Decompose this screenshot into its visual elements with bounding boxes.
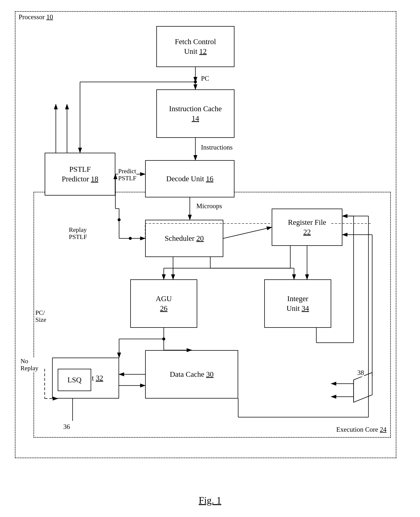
agu-text: AGU26 bbox=[156, 294, 172, 313]
execution-core-label: Execution Core 24 bbox=[336, 425, 387, 433]
pc-label: PC bbox=[201, 75, 209, 82]
scheduler-text: Scheduler 20 bbox=[165, 233, 204, 243]
fig-caption-text: Fig. 1 bbox=[199, 495, 221, 506]
instruction-cache-text: Instruction Cache14 bbox=[169, 104, 222, 123]
instructions-label: Instructions bbox=[201, 143, 232, 151]
scheduler-box: Scheduler 20 bbox=[145, 220, 223, 257]
data-cache-box: Data Cache 30 bbox=[145, 350, 238, 399]
pstlf-predictor-box: PSTLFPredictor 18 bbox=[45, 153, 115, 196]
instruction-cache-box: Instruction Cache14 bbox=[156, 89, 234, 138]
no-replay-label: NoReplay bbox=[21, 358, 38, 372]
lsq-box: LSQ bbox=[58, 369, 91, 391]
register-file-box: Register File22 bbox=[272, 208, 342, 246]
data-cache-text: Data Cache 30 bbox=[170, 370, 213, 379]
pc-size-label: PC/Size bbox=[35, 309, 46, 323]
decode-unit-text: Decode Unit 16 bbox=[166, 174, 213, 184]
pstlf-predictor-text: PSTLFPredictor 18 bbox=[62, 164, 98, 184]
predict-pstlf-label: PredictPSTLF bbox=[118, 168, 136, 182]
integer-unit-box: IntegerUnit 34 bbox=[264, 279, 331, 328]
microops-label: Microops bbox=[196, 202, 222, 210]
register-file-text: Register File22 bbox=[288, 217, 326, 237]
agu-box: AGU26 bbox=[130, 279, 197, 328]
replay-pstlf-label: ReplayPSTLF bbox=[69, 226, 87, 240]
processor-label: Processor 10 bbox=[19, 13, 53, 21]
integer-unit-text: IntegerUnit 34 bbox=[286, 294, 309, 313]
lsq-text: LSQ bbox=[67, 375, 82, 385]
fetch-control-text: Fetch ControlUnit 12 bbox=[175, 37, 216, 56]
ref-36-label: 36 bbox=[63, 423, 70, 431]
ref-38-label: 38 bbox=[357, 369, 364, 377]
diagram-container: Processor 10 Execution Core 24 Fetch Con… bbox=[15, 11, 406, 488]
decode-unit-box: Decode Unit 16 bbox=[145, 160, 234, 197]
fig-caption: Fig. 1 bbox=[199, 495, 221, 506]
fetch-control-box: Fetch ControlUnit 12 bbox=[156, 26, 234, 67]
